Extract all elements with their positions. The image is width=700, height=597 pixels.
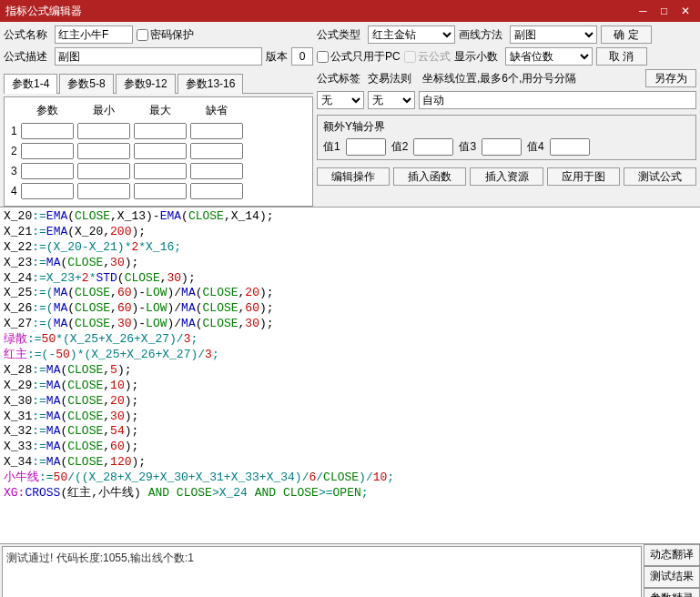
testres-button[interactable]: 测试结果 [644, 566, 700, 588]
insertfn-button[interactable]: 插入函数 [393, 167, 466, 186]
label-type: 公式类型 [317, 27, 364, 43]
label-tag: 公式标签 [317, 71, 364, 86]
param-1-max[interactable] [134, 123, 187, 139]
param-2-def[interactable] [190, 143, 243, 159]
password-checkbox[interactable]: 密码保护 [137, 27, 194, 43]
version-input[interactable] [291, 47, 313, 66]
label-rule: 交易法则 [368, 71, 419, 86]
minimize-icon[interactable]: ─ [634, 5, 652, 17]
param-hdr-def: 缺省 [189, 101, 244, 120]
param-4-def[interactable] [190, 183, 243, 199]
yval-1[interactable] [346, 138, 386, 156]
cancel-button[interactable]: 取 消 [596, 47, 647, 66]
maximize-icon[interactable]: □ [655, 5, 674, 17]
tab-params-5-8[interactable]: 参数5-8 [59, 74, 113, 94]
titlebar: 指标公式编辑器 ─ □ ✕ [0, 0, 700, 22]
coord-input[interactable] [419, 91, 696, 109]
paramwiz-button[interactable]: 参数精灵 [644, 588, 700, 598]
yval-4[interactable] [550, 138, 590, 156]
applychart-button[interactable]: 应用于图 [547, 167, 620, 186]
desc-input[interactable] [55, 47, 262, 66]
label-coord: 坐标线位置,最多6个,用分号分隔 [422, 71, 642, 86]
pconly-checkbox[interactable]: 公式只用于PC [317, 49, 401, 65]
tab-params-9-12[interactable]: 参数9-12 [116, 74, 176, 94]
param-4-name[interactable] [21, 183, 74, 199]
label-desc: 公式描述 [4, 49, 51, 65]
param-3-min[interactable] [77, 163, 130, 179]
param-2-max[interactable] [134, 143, 187, 159]
extra-y-fieldset: 额外Y轴分界 值1 值2 值3 值4 [317, 115, 696, 160]
status-output: 测试通过! 代码长度:1055,输出线个数:1 [2, 546, 642, 597]
name-input[interactable] [55, 25, 133, 44]
param-3-def[interactable] [190, 163, 243, 179]
param-1-min[interactable] [77, 123, 130, 139]
close-icon[interactable]: ✕ [676, 5, 695, 17]
yval-2[interactable] [413, 138, 453, 156]
window-title: 指标公式编辑器 [5, 4, 82, 19]
tab-params-1-4[interactable]: 参数1-4 [4, 74, 57, 94]
tag-select[interactable]: 无 [317, 91, 364, 109]
param-2-min[interactable] [77, 143, 130, 159]
tab-params-13-16[interactable]: 参数13-16 [178, 74, 244, 94]
test-button[interactable]: 测试公式 [624, 167, 696, 186]
code-editor[interactable]: X_20:=EMA(CLOSE,X_13)-EMA(CLOSE,X_14);X_… [0, 207, 700, 543]
drawmethod-select[interactable]: 副图 [510, 25, 597, 44]
label-extray: 额外Y轴分界 [323, 119, 690, 135]
param-1-name[interactable] [21, 123, 74, 139]
param-3-max[interactable] [134, 163, 187, 179]
ok-button[interactable]: 确 定 [601, 25, 652, 44]
param-2-name[interactable] [21, 143, 74, 159]
label-version: 版本 [266, 49, 288, 65]
saveas-button[interactable]: 另存为 [645, 69, 696, 87]
type-select[interactable]: 红主金钻 [368, 25, 455, 44]
param-4-max[interactable] [134, 183, 187, 199]
editop-button[interactable]: 编辑操作 [317, 167, 390, 186]
label-name: 公式名称 [4, 27, 51, 43]
param-3-name[interactable] [21, 163, 74, 179]
yval-3[interactable] [482, 138, 522, 156]
param-hdr-min: 最小 [76, 101, 131, 120]
label-showdec: 显示小数 [454, 49, 502, 65]
param-tabs: 参数1-4 参数5-8 参数9-12 参数13-16 [4, 73, 313, 94]
label-drawmethod: 画线方法 [459, 27, 506, 43]
insertres-button[interactable]: 插入资源 [470, 167, 543, 186]
dyntrans-button[interactable]: 动态翻译 [644, 544, 700, 566]
cloud-checkbox: 云公式 [404, 49, 451, 65]
showdec-select[interactable]: 缺省位数 [505, 47, 593, 66]
param-4-min[interactable] [77, 183, 130, 199]
rule-select[interactable]: 无 [368, 91, 415, 109]
param-1-def[interactable] [190, 123, 243, 139]
param-hdr-name: 参数 [20, 101, 75, 120]
param-hdr-max: 最大 [133, 101, 188, 120]
